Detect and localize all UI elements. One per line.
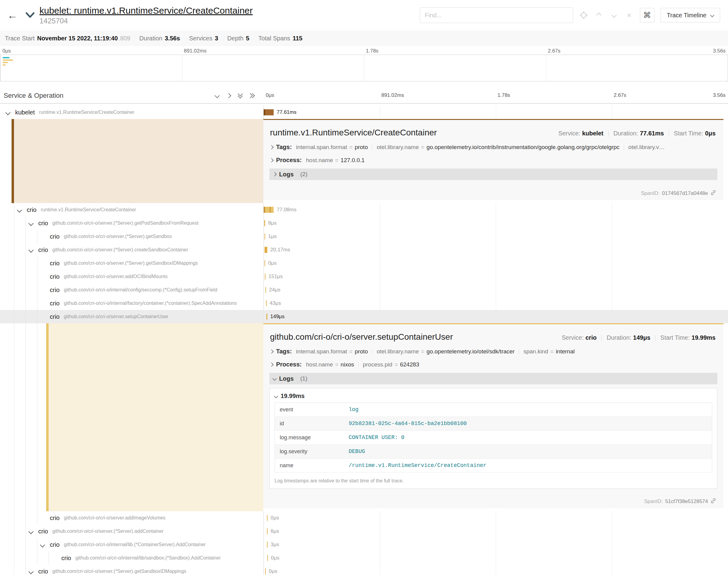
span-name-cell[interactable]: crio github.com/cri-o/cri-o/server.(*Ser… xyxy=(0,257,263,270)
tags-accordion[interactable]: Tags: internal.span.format=proto otel.li… xyxy=(263,141,723,154)
chevron-down-icon xyxy=(710,13,714,17)
span-name-cell[interactable]: crio github.com/cri-o/cri-o/internal/lib… xyxy=(0,538,263,551)
span-name-cell[interactable]: crio github.com/cri-o/cri-o/internal/fac… xyxy=(0,297,263,310)
clear-find-icon[interactable]: × xyxy=(625,11,634,20)
span-bar[interactable] xyxy=(264,207,274,213)
span-bar[interactable] xyxy=(267,528,268,534)
span-name-cell[interactable]: crio github.com/cri-o/cri-o/server.(*Ser… xyxy=(0,565,263,575)
span-row[interactable]: crio github.com/cri-o/cri-o/server.(*Ser… xyxy=(0,525,728,538)
tree-guides xyxy=(14,525,26,538)
log-entry-toggle[interactable]: 19.99ms xyxy=(270,388,717,403)
keyboard-shortcuts-button[interactable]: ⌘ xyxy=(640,8,655,23)
log-field-key: log.message xyxy=(275,431,344,445)
span-name-cell[interactable]: kubelet runtime.v1.RuntimeService/Create… xyxy=(0,106,263,119)
minimap-tick: 0μs xyxy=(2,48,11,54)
span-row[interactable]: crio github.com/cri-o/cri-o/server.addIm… xyxy=(0,511,728,525)
span-bar[interactable] xyxy=(265,233,265,240)
span-bar[interactable] xyxy=(265,568,266,574)
span-timeline-cell[interactable]: 0μs xyxy=(263,511,728,525)
span-timeline-cell[interactable]: 3μs xyxy=(263,538,728,551)
span-timeline-cell[interactable]: 149μs xyxy=(263,310,728,323)
logs-accordion[interactable]: Logs (2) xyxy=(269,168,717,180)
span-timeline-cell[interactable]: 6μs xyxy=(263,525,728,538)
span-name-cell[interactable]: crio github.com/cri-o/cri-o/internal/lib… xyxy=(0,551,263,565)
collapse-header-chevron-icon[interactable] xyxy=(26,12,35,18)
span-timeline-cell[interactable]: 24μs xyxy=(263,283,728,297)
expand-all-icon[interactable] xyxy=(250,94,254,97)
span-name-cell[interactable]: crio github.com/cri-o/cri-o/server.addIm… xyxy=(0,511,263,525)
span-bar[interactable] xyxy=(266,314,267,320)
span-row[interactable]: crio github.com/cri-o/cri-o/server.(*Ser… xyxy=(0,565,728,575)
collapse-chevron-icon[interactable] xyxy=(28,529,34,535)
focus-match-icon[interactable] xyxy=(579,11,588,20)
find-input[interactable] xyxy=(420,7,573,23)
span-name-cell[interactable]: crio github.com/cri-o/cri-o/server.(*Ser… xyxy=(0,230,263,243)
span-timeline-cell[interactable]: 0μs xyxy=(263,257,728,270)
trace-view-selector[interactable]: Trace Timeline xyxy=(661,8,720,23)
span-row[interactable]: crio github.com/cri-o/cri-o/server.(*Ser… xyxy=(0,230,728,243)
prev-match-icon[interactable] xyxy=(594,11,603,20)
collapse-chevron-icon[interactable] xyxy=(39,543,45,548)
span-row[interactable]: crio github.com/cri-o/cri-o/server.(*Ser… xyxy=(0,216,728,230)
span-bar[interactable] xyxy=(265,247,267,253)
process-accordion[interactable]: Process: host.name=nixos process.pid=624… xyxy=(263,358,723,371)
span-name-cell[interactable]: crio github.com/cri-o/cri-o/server.(*Ser… xyxy=(0,216,263,230)
span-bar[interactable] xyxy=(267,542,268,548)
span-operation: github.com/cri-o/cri-o/internal/lib.(*Co… xyxy=(64,542,206,547)
span-name-cell[interactable]: crio github.com/cri-o/cri-o/server.addOC… xyxy=(0,270,263,283)
process-accordion[interactable]: Process: host.name=127.0.0.1 xyxy=(263,154,723,167)
span-timeline-cell[interactable]: 77.08ms xyxy=(263,203,728,216)
collapse-all-icon[interactable] xyxy=(238,94,242,98)
span-timeline-cell[interactable]: 20.17ms xyxy=(263,243,728,257)
span-service: crio xyxy=(38,246,48,253)
span-timeline-cell[interactable]: 0μs xyxy=(263,551,728,565)
span-row[interactable]: crio github.com/cri-o/cri-o/server.setup… xyxy=(0,310,728,323)
span-row[interactable]: crio github.com/cri-o/cri-o/internal/con… xyxy=(0,283,728,297)
span-bar[interactable] xyxy=(267,555,268,561)
collapse-chevron-icon[interactable] xyxy=(28,221,34,227)
span-timeline-cell[interactable]: 1μs xyxy=(263,230,728,243)
tags-accordion[interactable]: Tags: internal.span.format=proto otel.li… xyxy=(263,345,723,358)
span-name-cell[interactable]: crio github.com/cri-o/cri-o/server.(*Ser… xyxy=(0,525,263,538)
span-bar[interactable] xyxy=(265,274,265,280)
span-bar[interactable] xyxy=(267,515,268,521)
collapse-one-icon[interactable] xyxy=(215,93,220,98)
span-name-cell[interactable]: crio github.com/cri-o/cri-o/internal/con… xyxy=(0,283,263,297)
span-name-cell[interactable]: crio runtime.v1.RuntimeService/CreateCon… xyxy=(0,203,263,216)
collapse-chevron-icon[interactable] xyxy=(28,248,34,253)
span-row[interactable]: crio github.com/cri-o/cri-o/server.(*Ser… xyxy=(0,243,728,257)
span-bar[interactable] xyxy=(265,287,266,293)
copy-link-icon[interactable] xyxy=(710,190,716,197)
span-row[interactable]: crio github.com/cri-o/cri-o/internal/lib… xyxy=(0,538,728,551)
back-button[interactable]: ← xyxy=(6,10,19,20)
span-timeline-cell[interactable]: 0μs xyxy=(263,565,728,575)
span-row[interactable]: crio github.com/cri-o/cri-o/internal/fac… xyxy=(0,297,728,310)
expand-one-icon[interactable] xyxy=(226,93,231,98)
span-bar[interactable] xyxy=(266,300,267,306)
next-match-icon[interactable] xyxy=(609,11,619,20)
span-bar[interactable] xyxy=(265,260,265,266)
span-name-cell[interactable]: crio github.com/cri-o/cri-o/server.(*Ser… xyxy=(0,243,263,257)
span-timeline-cell[interactable]: 77.61ms xyxy=(263,106,728,119)
span-duration: 43μs xyxy=(270,297,281,310)
span-row[interactable]: crio runtime.v1.RuntimeService/CreateCon… xyxy=(0,203,728,216)
span-bar[interactable] xyxy=(264,109,274,115)
timeline-minimap[interactable] xyxy=(0,55,728,81)
span-row[interactable]: crio github.com/cri-o/cri-o/server.(*Ser… xyxy=(0,257,728,270)
span-name-cell[interactable]: crio github.com/cri-o/cri-o/server.setup… xyxy=(0,310,263,323)
span-row[interactable]: kubelet runtime.v1.RuntimeService/Create… xyxy=(0,106,728,119)
span-operation: runtime.v1.RuntimeService/CreateContaine… xyxy=(39,110,135,115)
trace-title-link[interactable]: kubelet: runtime.v1.RuntimeService/Creat… xyxy=(39,5,253,15)
span-timeline-cell[interactable]: 8μs xyxy=(263,216,728,230)
span-row[interactable]: crio github.com/cri-o/cri-o/internal/lib… xyxy=(0,551,728,565)
span-timeline-cell[interactable]: 151μs xyxy=(263,270,728,283)
span-row[interactable]: crio github.com/cri-o/cri-o/server.addOC… xyxy=(0,270,728,283)
tag-item: internal.span.format=proto xyxy=(296,144,368,150)
collapse-chevron-icon[interactable] xyxy=(16,208,23,213)
span-timeline-cell[interactable]: 43μs xyxy=(263,297,728,310)
logs-accordion[interactable]: Logs (1) xyxy=(269,373,717,384)
collapse-chevron-icon[interactable] xyxy=(28,569,34,575)
span-bar[interactable] xyxy=(264,220,265,226)
collapse-chevron-icon[interactable] xyxy=(5,110,11,116)
copy-link-icon[interactable] xyxy=(710,498,716,505)
